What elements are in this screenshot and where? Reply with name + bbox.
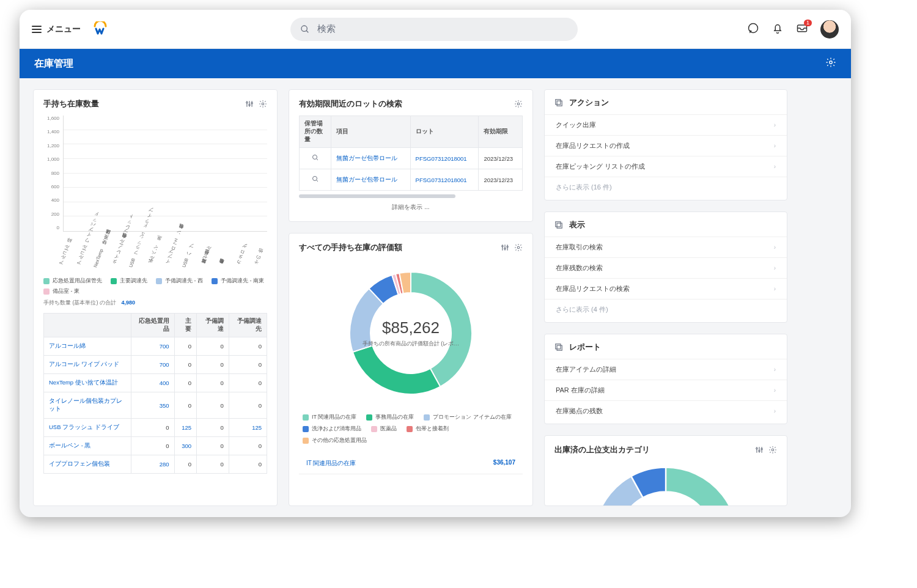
views-panel: 表示 在庫取引の検索›在庫残数の検索›在庫品リクエストの検索› さらに表示 (4…: [544, 211, 787, 323]
lot-table: 保管場所の数量項目ロット有効期限 無菌ガーゼ包帯ロールPFSG073120180…: [299, 116, 523, 191]
panel-row[interactable]: 在庫残数の検索›: [545, 257, 787, 278]
summary-name: IT 関連用品の在庫: [306, 459, 356, 468]
svg-point-12: [517, 103, 520, 105]
config-icon[interactable]: [245, 100, 254, 108]
views-more[interactable]: さらに表示 (4 件): [545, 299, 787, 320]
svg-point-23: [517, 246, 520, 249]
avatar[interactable]: [820, 20, 839, 39]
svg-point-0: [301, 26, 307, 31]
svg-rect-26: [556, 222, 561, 227]
svg-point-11: [262, 103, 264, 105]
panel-title: アクション: [569, 97, 609, 108]
table-row[interactable]: アルコール綿700000: [44, 337, 267, 356]
page-title: 在庫管理: [34, 57, 73, 70]
svg-rect-28: [556, 344, 561, 349]
spend-donut: $26,624 出庫済の商品価額: [583, 457, 748, 506]
svg-point-33: [756, 448, 757, 449]
panel-row[interactable]: クイック出庫›: [545, 114, 787, 135]
svg-point-13: [312, 155, 317, 160]
panel-row[interactable]: PAR 在庫の詳細›: [545, 380, 787, 400]
panel-row[interactable]: 在庫品リクエストの作成›: [545, 135, 787, 156]
valuation-amount: $85,262: [382, 318, 440, 337]
lot-row[interactable]: 無菌ガーゼ包帯ロールPFSG073120180012023/12/23: [300, 169, 523, 191]
legend-item: 包帯と接着剤: [407, 425, 449, 433]
gear-icon[interactable]: [514, 100, 523, 108]
search-icon[interactable]: [312, 175, 319, 183]
svg-point-10: [251, 103, 252, 104]
actions-more[interactable]: さらに表示 (16 件): [545, 177, 787, 197]
card-title: 出庫済の上位支出カテゴリ: [554, 444, 650, 455]
legend-item: プロモーション アイテムの在庫: [424, 413, 512, 421]
panel-row[interactable]: 在庫拠点の残数›: [545, 400, 787, 421]
table-row[interactable]: アルコール ワイプ パッド700000: [44, 356, 267, 374]
table-row[interactable]: NexTemp 使い捨て体温計400000: [44, 374, 267, 392]
legend-item: 事務用品の在庫: [366, 413, 414, 421]
svg-point-21: [504, 248, 506, 249]
total-value: 4,980: [122, 300, 136, 306]
inbox-badge: 1: [804, 20, 812, 26]
search-placeholder: 検索: [317, 23, 336, 35]
panel-row[interactable]: 在庫取引の検索›: [545, 237, 787, 257]
topbar: メニュー 検索 1: [20, 10, 851, 49]
table-row[interactable]: ボールペン - 黒030000: [44, 437, 267, 455]
legend-item: 予備調達先 - 西: [156, 277, 203, 285]
gear-icon[interactable]: [514, 243, 523, 252]
lot-row[interactable]: 無菌ガーゼ包帯ロールPFSG073120180012023/12/23: [300, 148, 523, 169]
panel-row[interactable]: 在庫アイテムの詳細›: [545, 359, 787, 380]
workday-logo[interactable]: [92, 21, 109, 38]
summary-row[interactable]: IT 関連用品の在庫 $36,107: [299, 453, 523, 474]
svg-line-16: [316, 180, 318, 182]
bar-chart: 1,6001,4001,2001,0008006004002000: [43, 116, 267, 232]
svg-point-9: [249, 105, 250, 106]
menu-label[interactable]: メニュー: [46, 24, 81, 35]
menu-button[interactable]: [32, 26, 42, 33]
onhand-qty-card: 手持ち在庫数量 1,6001,4001,2001,000800600400200…: [33, 89, 278, 506]
bell-icon[interactable]: [772, 22, 784, 37]
search-input[interactable]: 検索: [290, 18, 578, 41]
actions-panel: アクション クイック出庫›在庫品リクエストの作成›在庫ピッキング リストの作成›…: [544, 89, 787, 200]
svg-point-22: [507, 246, 508, 248]
legend-item: 予備調達先 - 南東: [212, 277, 264, 285]
svg-point-35: [761, 449, 762, 450]
panel-row[interactable]: 在庫品リクエストの検索›: [545, 278, 787, 299]
stack-icon: [554, 221, 563, 229]
svg-rect-27: [557, 223, 562, 228]
svg-point-20: [502, 246, 503, 247]
legend-item: 医薬品: [371, 425, 397, 433]
card-title: 有効期限間近のロットの検索: [299, 98, 402, 109]
dashboard: 手持ち在庫数量 1,6001,4001,2001,000800600400200…: [20, 78, 851, 517]
svg-rect-29: [557, 345, 562, 350]
gear-icon[interactable]: [825, 57, 836, 70]
table-row[interactable]: タイレノール個包装カプレット350000: [44, 392, 267, 419]
legend-item: 備品室 - 東: [43, 287, 79, 295]
svg-point-15: [312, 177, 317, 181]
stack-icon: [554, 98, 563, 107]
summary-value: $36,107: [493, 459, 515, 468]
total-label: 手持ち数量 (基本単位) の合計: [43, 300, 116, 306]
show-details-link[interactable]: 詳細を表示 ...: [299, 198, 523, 213]
table-row[interactable]: USB フラッシュ ドライブ01250125: [44, 419, 267, 437]
svg-point-36: [772, 449, 774, 451]
svg-point-4: [830, 61, 833, 64]
svg-point-34: [759, 450, 760, 452]
legend-item: 応急処置用品保管先: [43, 277, 102, 285]
stack-icon: [554, 343, 563, 351]
search-icon[interactable]: [312, 154, 319, 161]
legend-item: 主要調達先: [111, 277, 147, 285]
svg-rect-24: [556, 100, 561, 105]
config-icon[interactable]: [501, 243, 509, 252]
card-title: すべての手持ち在庫の評価額: [299, 242, 402, 253]
panel-row[interactable]: 在庫ピッキング リストの作成›: [545, 156, 787, 177]
search-icon: [300, 24, 310, 34]
table-row[interactable]: イブプロフェン個包装280000: [44, 455, 267, 474]
gear-icon[interactable]: [768, 446, 777, 454]
svg-line-14: [316, 159, 318, 161]
onhand-table: 応急処置用品主要予備調達予備調達先 アルコール綿700000アルコール ワイプ …: [43, 313, 267, 474]
inbox-icon[interactable]: 1: [796, 22, 808, 37]
lot-search-card: 有効期限間近のロットの検索 保管場所の数量項目ロット有効期限 無菌ガーゼ包帯ロー…: [289, 89, 533, 222]
reports-panel: レポート 在庫アイテムの詳細›PAR 在庫の詳細›在庫拠点の残数›: [544, 334, 787, 424]
gear-icon[interactable]: [259, 100, 267, 108]
chat-icon[interactable]: [747, 22, 759, 37]
valuation-donut: $85,262 手持ちの所有商品の評価額合計 (レポ…: [341, 263, 481, 403]
config-icon[interactable]: [755, 446, 764, 454]
